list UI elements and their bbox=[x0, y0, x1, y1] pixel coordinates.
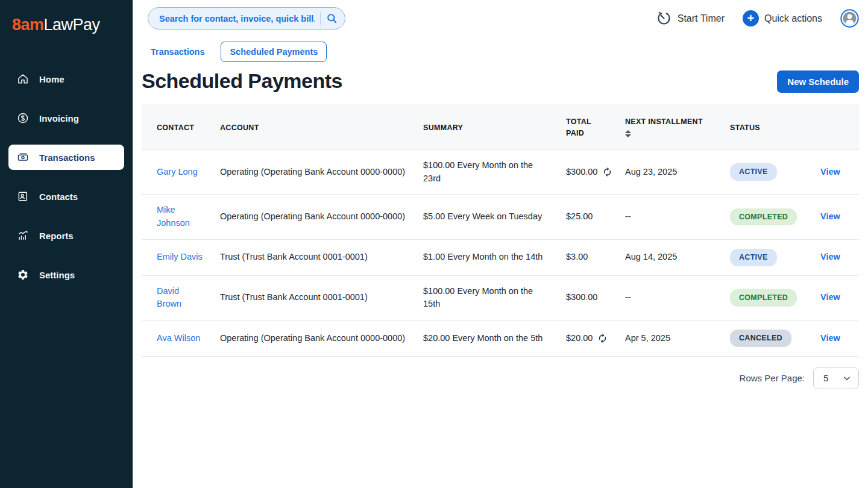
search-icon[interactable] bbox=[326, 13, 338, 24]
table-row: Mike Johnson Operating (Operating Bank A… bbox=[142, 195, 859, 240]
search-divider bbox=[320, 13, 321, 25]
sidebar-item-home[interactable]: Home bbox=[8, 66, 124, 92]
sidebar-item-transactions[interactable]: Transactions bbox=[8, 145, 124, 170]
table-row: Emily Davis Trust (Trust Bank Account 00… bbox=[142, 239, 859, 275]
view-link[interactable]: View bbox=[820, 292, 840, 302]
header-account: Account bbox=[212, 104, 415, 149]
summary-cell: $100.00 Every Month on the 23rd bbox=[415, 149, 558, 195]
table-row: David Brown Trust (Trust Bank Account 00… bbox=[142, 275, 859, 321]
chevron-down-icon bbox=[843, 374, 851, 383]
start-timer-label: Start Timer bbox=[678, 13, 725, 24]
rows-per-page-label: Rows Per Page: bbox=[740, 373, 805, 383]
contact-link[interactable]: Emily Davis bbox=[157, 252, 203, 261]
next-installment-cell: Aug 14, 2025 bbox=[617, 239, 722, 275]
search-input[interactable]: Search for contact, invoice, quick bill.… bbox=[148, 7, 345, 30]
quick-actions-label: Quick actions bbox=[764, 13, 822, 24]
header-total-paid: Total Paid bbox=[558, 104, 617, 149]
next-installment-cell: Aug 23, 2025 bbox=[617, 149, 722, 195]
status-badge: ACTIVE bbox=[730, 163, 777, 181]
app-logo: 8amLawPay bbox=[0, 0, 133, 52]
next-installment-cell: -- bbox=[617, 275, 722, 321]
recurring-icon bbox=[602, 167, 612, 177]
sidebar-item-invoicing[interactable]: Invoicing bbox=[8, 105, 124, 131]
next-installment-cell: -- bbox=[617, 195, 722, 240]
dollar-circle-icon bbox=[17, 112, 29, 124]
user-avatar-icon bbox=[840, 9, 859, 28]
account-cell: Operating (Operating Bank Account 0000-0… bbox=[212, 149, 415, 195]
sidebar-item-settings[interactable]: Settings bbox=[8, 262, 124, 287]
status-badge: ACTIVE bbox=[730, 249, 777, 266]
total-paid-value: $300.00 bbox=[566, 166, 597, 179]
tab-transactions[interactable]: Transactions bbox=[150, 42, 205, 62]
tab-scheduled-payments[interactable]: Scheduled Payments bbox=[221, 42, 327, 62]
home-icon bbox=[17, 73, 29, 85]
account-cell: Operating (Operating Bank Account 0000-0… bbox=[212, 321, 415, 357]
new-schedule-button[interactable]: New Schedule bbox=[777, 70, 859, 93]
total-paid-value: $3.00 bbox=[566, 251, 588, 264]
summary-cell: $1.00 Every Month on the 14th bbox=[415, 239, 558, 275]
sidebar-item-label: Invoicing bbox=[39, 113, 79, 124]
sidebar-item-label: Transactions bbox=[39, 152, 95, 163]
view-link[interactable]: View bbox=[820, 252, 840, 261]
timer-icon bbox=[656, 10, 672, 27]
plus-icon: + bbox=[743, 10, 759, 27]
logo-lawpay: LawPay bbox=[44, 16, 100, 34]
sidebar-item-label: Settings bbox=[39, 270, 75, 280]
view-link[interactable]: View bbox=[820, 211, 840, 221]
view-link[interactable]: View bbox=[820, 333, 840, 343]
account-cell: Trust (Trust Bank Account 0001-0001) bbox=[212, 275, 415, 321]
sidebar-item-label: Reports bbox=[39, 231, 74, 241]
header-summary: Summary bbox=[415, 104, 558, 149]
contact-card-icon bbox=[17, 190, 29, 202]
account-cell: Trust (Trust Bank Account 0001-0001) bbox=[212, 239, 415, 275]
pagination: Rows Per Page: 5 bbox=[142, 357, 859, 400]
account-cell: Operating (Operating Bank Account 0000-0… bbox=[212, 195, 415, 240]
logo-8am: 8am bbox=[12, 16, 44, 34]
contact-link[interactable]: Ava Wilson bbox=[157, 333, 200, 343]
topbar-actions: Start Timer + Quick actions bbox=[656, 9, 859, 28]
header-next-installment[interactable]: Next Installment bbox=[617, 104, 722, 149]
total-paid-value: $300.00 bbox=[566, 291, 597, 304]
table-header-row: Contact Account Summary Total Paid Next … bbox=[142, 104, 859, 149]
sort-updown-icon[interactable] bbox=[625, 130, 631, 137]
user-menu-button[interactable] bbox=[840, 9, 859, 28]
search-placeholder: Search for contact, invoice, quick bill.… bbox=[159, 14, 315, 23]
summary-cell: $20.00 Every Month on the 5th bbox=[415, 321, 558, 357]
contact-link[interactable]: David Brown bbox=[157, 286, 181, 309]
table-row: Gary Long Operating (Operating Bank Acco… bbox=[142, 149, 859, 195]
chart-icon bbox=[17, 230, 29, 242]
sidebar-item-contacts[interactable]: Contacts bbox=[8, 184, 124, 209]
total-paid-value: $25.00 bbox=[566, 210, 593, 224]
recurring-icon bbox=[597, 333, 608, 343]
next-installment-cell: Apr 5, 2025 bbox=[617, 321, 722, 357]
table-row: Ava Wilson Operating (Operating Bank Acc… bbox=[142, 321, 859, 357]
sidebar-item-reports[interactable]: Reports bbox=[8, 223, 124, 248]
summary-cell: $5.00 Every Week on Tuesday bbox=[415, 195, 558, 240]
tab-bar: Transactions Scheduled Payments bbox=[142, 33, 859, 62]
rows-per-page-select[interactable]: 5 bbox=[813, 368, 859, 389]
contact-link[interactable]: Gary Long bbox=[157, 167, 198, 177]
start-timer-button[interactable]: Start Timer bbox=[656, 10, 725, 27]
total-paid-value: $20.00 bbox=[566, 332, 593, 345]
topbar: Search for contact, invoice, quick bill.… bbox=[142, 0, 859, 33]
page-header: Scheduled Payments New Schedule bbox=[142, 62, 859, 93]
payments-icon bbox=[17, 151, 29, 163]
main-content: Search for contact, invoice, quick bill.… bbox=[133, 0, 868, 400]
header-status: Status bbox=[722, 104, 812, 149]
page-title: Scheduled Payments bbox=[142, 69, 342, 93]
quick-actions-button[interactable]: + Quick actions bbox=[743, 10, 822, 27]
view-link[interactable]: View bbox=[820, 167, 840, 177]
rows-per-page-value: 5 bbox=[823, 373, 828, 383]
summary-cell: $100.00 Every Month on the 15th bbox=[415, 275, 558, 321]
sidebar-item-label: Contacts bbox=[39, 192, 78, 202]
gear-icon bbox=[17, 269, 29, 281]
header-contact: Contact bbox=[142, 104, 212, 149]
sidebar-item-label: Home bbox=[39, 74, 64, 84]
status-badge: COMPLETED bbox=[730, 208, 797, 226]
scheduled-payments-table: Contact Account Summary Total Paid Next … bbox=[142, 104, 859, 400]
status-badge: CANCELED bbox=[730, 330, 791, 347]
contact-link[interactable]: Mike Johnson bbox=[157, 205, 190, 228]
sidebar: 8amLawPay Home Invoicing Transactions Co… bbox=[0, 0, 133, 488]
status-badge: COMPLETED bbox=[730, 289, 797, 307]
header-action bbox=[812, 104, 859, 149]
